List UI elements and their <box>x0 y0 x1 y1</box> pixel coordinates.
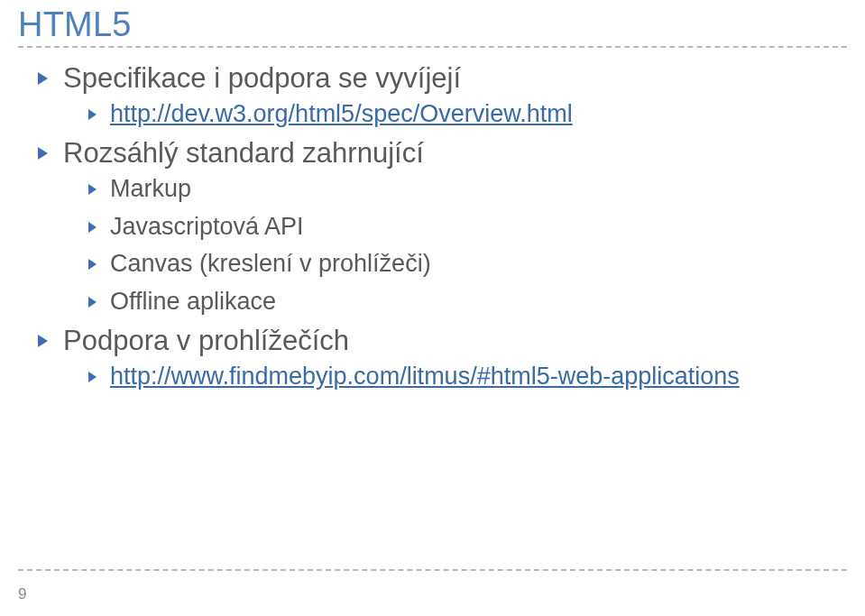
slide: HTML5 Specifikace i podpora se vyvíjejí … <box>0 0 865 616</box>
page-title: HTML5 <box>18 5 847 44</box>
sub-bullet-list: http://dev.w3.org/html5/spec/Overview.ht… <box>63 98 847 131</box>
sub-bullet-item: http://www.findmebyip.com/litmus/#html5-… <box>88 361 847 393</box>
bullet-list: Specifikace i podpora se vyvíjejí http:/… <box>18 60 847 393</box>
bullet-text: Rozsáhlý standard zahrnující <box>63 137 424 169</box>
bullet-text: Podpora v prohlížečích <box>63 325 349 356</box>
sub-bullet-item: Markup <box>88 173 847 206</box>
sub-bullet-text: Offline aplikace <box>110 288 276 315</box>
bullet-item: Rozsáhlý standard zahrnující Markup Java… <box>38 135 847 317</box>
sub-bullet-text: Markup <box>110 175 191 202</box>
spec-link[interactable]: http://dev.w3.org/html5/spec/Overview.ht… <box>110 100 573 127</box>
bullet-text: Specifikace i podpora se vyvíjejí <box>63 62 461 94</box>
sub-bullet-list: http://www.findmebyip.com/litmus/#html5-… <box>63 361 847 393</box>
bullet-item: Podpora v prohlížečích http://www.findme… <box>38 323 847 392</box>
sub-bullet-text: Canvas (kreslení v prohlížeči) <box>110 250 431 277</box>
sub-bullet-item: http://dev.w3.org/html5/spec/Overview.ht… <box>88 98 847 131</box>
sub-bullet-list: Markup Javascriptová API Canvas (kreslen… <box>63 173 847 318</box>
title-divider <box>18 46 847 48</box>
sub-bullet-item: Javascriptová API <box>88 211 847 244</box>
bullet-item: Specifikace i podpora se vyvíjejí http:/… <box>38 60 847 130</box>
sub-bullet-item: Canvas (kreslení v prohlížeči) <box>88 248 847 280</box>
footer-divider <box>18 569 847 571</box>
findmebyip-link[interactable]: http://www.findmebyip.com/litmus/#html5-… <box>110 363 740 390</box>
page-number: 9 <box>18 585 26 603</box>
sub-bullet-item: Offline aplikace <box>88 286 847 318</box>
sub-bullet-text: Javascriptová API <box>110 213 304 240</box>
